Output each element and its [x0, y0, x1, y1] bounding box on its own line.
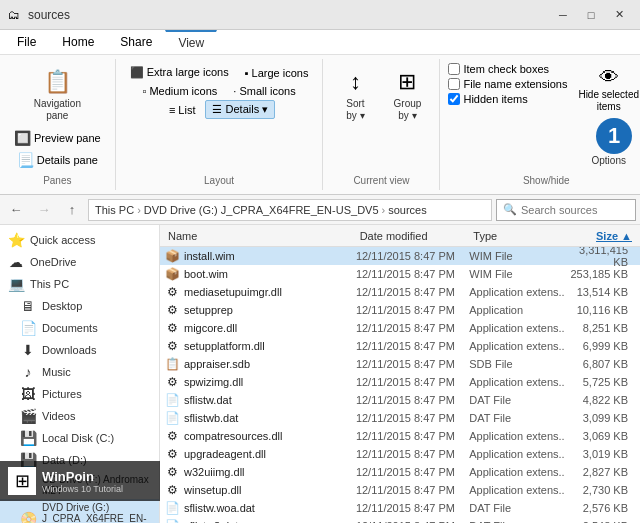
file-icon: ⚙	[164, 429, 180, 443]
nav-local-disk-c[interactable]: 💾 Local Disk (C:)	[0, 427, 159, 449]
main-pane: Name Date modified Type Size ▲ 📦 install…	[160, 225, 640, 523]
item-check-boxes-checkbox[interactable]	[448, 63, 460, 75]
navigation-pane-button[interactable]: 📋 Navigationpane	[27, 63, 88, 125]
address-bar: ← → ↑ This PC › DVD Drive (G:) J_CPRA_X6…	[0, 195, 640, 225]
quick-access-icon: ⭐	[8, 232, 24, 248]
nav-desktop[interactable]: 🖥 Desktop	[0, 295, 159, 317]
hidden-items-checkbox[interactable]	[448, 93, 460, 105]
file-name-cell: 📦 install.wim	[164, 249, 356, 263]
file-date-cell: 12/11/2015 8:47 PM	[356, 322, 469, 334]
table-row[interactable]: ⚙ setupprep 12/11/2015 8:47 PM Applicati…	[160, 301, 640, 319]
sort-by-button[interactable]: ↕ Sortby ▾	[331, 63, 379, 125]
col-header-date[interactable]: Date modified	[356, 228, 470, 244]
breadcrumb[interactable]: This PC › DVD Drive (G:) J_CPRA_X64FRE_E…	[88, 199, 492, 221]
table-row[interactable]: ⚙ mediasetupuimgr.dll 12/11/2015 8:47 PM…	[160, 283, 640, 301]
forward-button[interactable]: →	[32, 199, 56, 221]
documents-label: Documents	[42, 322, 98, 334]
group-icon: ⊞	[391, 66, 423, 98]
table-row[interactable]: 📄 sflistwb.dat 12/11/2015 8:47 PM DAT Fi…	[160, 409, 640, 427]
table-row[interactable]: 📦 boot.wim 12/11/2015 8:47 PM WIM File 2…	[160, 265, 640, 283]
extra-large-icons-button[interactable]: ⬛ Extra large icons	[124, 63, 235, 82]
close-button[interactable]: ✕	[606, 5, 632, 25]
file-name-cell: ⚙ w32uiimg.dll	[164, 465, 356, 479]
col-header-size[interactable]: Size ▲	[566, 228, 636, 244]
music-label: Music	[42, 366, 71, 378]
group-by-button[interactable]: ⊞ Groupby ▾	[383, 63, 431, 125]
tab-view[interactable]: View	[165, 30, 217, 54]
file-size-cell: 3,311,415 KB	[565, 247, 636, 268]
col-header-name[interactable]: Name	[164, 228, 356, 244]
table-row[interactable]: 📄 sflistw.dat 12/11/2015 8:47 PM DAT Fil…	[160, 391, 640, 409]
file-name: mediasetupuimgr.dll	[184, 286, 282, 298]
large-icons-button[interactable]: ▪ Large icons	[239, 64, 315, 82]
back-button[interactable]: ←	[4, 199, 28, 221]
nav-videos[interactable]: 🎬 Videos	[0, 405, 159, 427]
breadcrumb-dvd[interactable]: DVD Drive (G:) J_CPRA_X64FRE_EN-US_DV5	[144, 204, 379, 216]
preview-pane-button[interactable]: 🔲 Preview pane	[8, 127, 107, 149]
table-row[interactable]: 📦 install.wim 12/11/2015 8:47 PM WIM Fil…	[160, 247, 640, 265]
window-controls[interactable]: ─ □ ✕	[550, 5, 632, 25]
nav-dvd-g[interactable]: 📀 DVD Drive (G:) J_CPRA_X64FRE_EN-US_DV5	[0, 499, 159, 523]
list-button[interactable]: ≡ List	[163, 101, 202, 119]
title-bar: 🗂 sources ─ □ ✕	[0, 0, 640, 30]
file-type-cell: DAT File	[469, 412, 565, 424]
file-type-cell: Application extens...	[469, 484, 565, 496]
file-name-extensions-checkbox[interactable]	[448, 78, 460, 90]
panes-buttons: 📋 Navigationpane	[27, 63, 88, 125]
nav-documents[interactable]: 📄 Documents	[0, 317, 159, 339]
table-row[interactable]: ⚙ compatresources.dll 12/11/2015 8:47 PM…	[160, 427, 640, 445]
file-name-extensions-option[interactable]: File name extensions	[448, 78, 567, 90]
tab-share[interactable]: Share	[107, 30, 165, 54]
up-button[interactable]: ↑	[60, 199, 84, 221]
hide-selected-icon: 👁	[599, 66, 619, 89]
table-row[interactable]: 📄 sflistw.woa.dat 12/11/2015 8:47 PM DAT…	[160, 499, 640, 517]
back-icon: 🗂	[8, 8, 20, 22]
file-date-cell: 12/11/2015 8:47 PM	[356, 430, 469, 442]
file-type-cell: Application extens...	[469, 286, 565, 298]
table-row[interactable]: 📋 appraiser.sdb 12/11/2015 8:47 PM SDB F…	[160, 355, 640, 373]
table-row[interactable]: ⚙ winsetup.dll 12/11/2015 8:47 PM Applic…	[160, 481, 640, 499]
nav-pane-label: Navigationpane	[34, 98, 81, 122]
nav-onedrive[interactable]: ☁ OneDrive	[0, 251, 159, 273]
minimize-button[interactable]: ─	[550, 5, 576, 25]
table-row[interactable]: ⚙ upgradeagent.dll 12/11/2015 8:47 PM Ap…	[160, 445, 640, 463]
item-check-boxes-option[interactable]: Item check boxes	[448, 63, 567, 75]
file-date-cell: 12/11/2015 8:47 PM	[356, 376, 469, 388]
nav-quick-access[interactable]: ⭐ Quick access	[0, 229, 159, 251]
file-size-cell: 3,099 KB	[565, 412, 636, 424]
small-icons-button[interactable]: · Small icons	[227, 82, 301, 100]
search-box[interactable]: 🔍	[496, 199, 636, 221]
table-row[interactable]: ⚙ setupplatform.dll 12/11/2015 8:47 PM A…	[160, 337, 640, 355]
tab-file[interactable]: File	[4, 30, 49, 54]
onedrive-label: OneDrive	[30, 256, 76, 268]
this-pc-label: This PC	[30, 278, 69, 290]
file-name-cell: 📦 boot.wim	[164, 267, 356, 281]
table-row[interactable]: 📄 sflistw8.dat 12/11/2015 8:47 PM DAT Fi…	[160, 517, 640, 523]
nav-this-pc[interactable]: 💻 This PC	[0, 273, 159, 295]
file-size-cell: 2,576 KB	[565, 502, 636, 514]
breadcrumb-this-pc[interactable]: This PC	[95, 204, 134, 216]
maximize-button[interactable]: □	[578, 5, 604, 25]
file-type-cell: Application	[469, 304, 565, 316]
details-pane-button[interactable]: 📃 Details pane	[11, 149, 104, 171]
file-name: compatresources.dll	[184, 430, 282, 442]
hidden-items-option[interactable]: Hidden items	[448, 93, 567, 105]
tab-home[interactable]: Home	[49, 30, 107, 54]
search-input[interactable]	[521, 204, 629, 216]
medium-icons-button[interactable]: ▫ Medium icons	[136, 82, 223, 100]
table-row[interactable]: ⚙ spwizimg.dll 12/11/2015 8:47 PM Applic…	[160, 373, 640, 391]
col-header-type[interactable]: Type	[469, 228, 565, 244]
hide-selected-button[interactable]: 👁 Hide selecteditems	[573, 63, 640, 116]
breadcrumb-sources[interactable]: sources	[388, 204, 427, 216]
file-icon: ⚙	[164, 303, 180, 317]
nav-music[interactable]: ♪ Music	[0, 361, 159, 383]
file-date-cell: 12/11/2015 8:47 PM	[356, 250, 469, 262]
nav-downloads[interactable]: ⬇ Downloads	[0, 339, 159, 361]
details-button[interactable]: ☰ Details ▾	[205, 100, 275, 119]
nav-pictures[interactable]: 🖼 Pictures	[0, 383, 159, 405]
file-size-cell: 4,822 KB	[565, 394, 636, 406]
table-row[interactable]: ⚙ w32uiimg.dll 12/11/2015 8:47 PM Applic…	[160, 463, 640, 481]
file-type-cell: DAT File	[469, 502, 565, 514]
file-size-cell: 10,116 KB	[565, 304, 636, 316]
table-row[interactable]: ⚙ migcore.dll 12/11/2015 8:47 PM Applica…	[160, 319, 640, 337]
